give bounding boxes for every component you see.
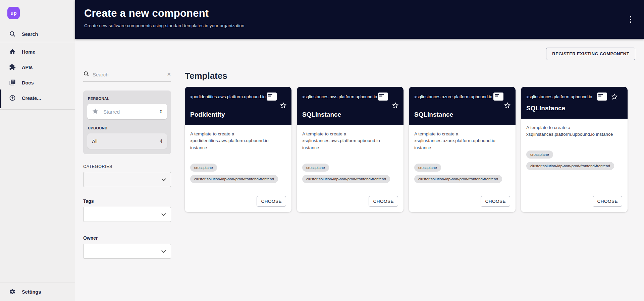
upbound-logo[interactable]: up [7,7,20,19]
card-entity-name: xsqlinstances.aws.platform.upbound.io [302,94,377,99]
card-divider [190,157,286,157]
categories-filter: CATEGORIES [83,164,171,187]
star-outline-icon[interactable] [279,102,287,109]
card-description: A template to create a xsqlinstances.aws… [302,131,393,151]
template-search-input[interactable] [93,72,163,77]
card-description: A template to create a xsqlinstances.pla… [526,124,618,138]
search-icon [9,31,16,38]
tags-select[interactable] [83,207,171,222]
template-type-icon [597,93,607,101]
content-area: REGISTER EXISTING COMPONENT ✕ [75,39,644,301]
filter-panel: PERSONAL Starred 0 UPBOUND All 4 [83,91,171,154]
tags-filter: Tags [83,198,171,222]
clear-search-icon[interactable]: ✕ [167,71,171,77]
template-card-body: A template to create a xsqlinstances.aws… [297,125,404,212]
card-entity-name: xpodidentities.aws.platform.upbound.io [190,94,266,99]
puzzle-icon [9,64,16,71]
search-icon [83,71,89,78]
template-card: xsqlinstances.platform.upbound.io SQLIns… [521,87,628,212]
templates-heading: Templates [185,71,635,81]
card-tags: crossplanecluster:solution-idp-non-prod-… [526,150,622,173]
docs-icon [9,79,16,87]
template-cards: xpodidentities.aws.platform.upbound.io P… [185,87,635,212]
chevron-down-icon [161,177,166,183]
filter-item-starred[interactable]: Starred 0 [87,104,167,119]
template-card: xpodidentities.aws.platform.upbound.io P… [185,87,291,212]
filter-item-all[interactable]: All 4 [87,133,167,149]
sidebar-item-home[interactable]: Home [0,44,75,60]
tags-label: Tags [83,198,171,204]
template-card-header: xsqlinstances.azure.platform.upbound.io … [409,87,516,125]
templates-section: Templates xpodidentities.aws.platform.up… [185,71,635,259]
card-title: SQLInstance [302,111,399,118]
sidebar: up Search Home APIs [0,0,75,301]
choose-button[interactable]: CHOOSE [593,196,622,207]
tag-chip: crossplane [526,150,553,159]
star-outline-icon[interactable] [503,102,511,109]
tag-chip: cluster:solution-idp-non-prod-frontend-f… [414,175,502,183]
tag-chip: crossplane [302,164,329,172]
filter-item-label: All [92,138,98,144]
template-type-icon [493,93,503,101]
star-outline-icon[interactable] [610,93,618,101]
card-divider [414,157,510,157]
sidebar-item-search[interactable]: Search [0,26,75,42]
filter-item-label: Starred [103,109,120,115]
card-tags: crossplanecluster:solution-idp-non-prod-… [302,164,398,186]
tag-chip: cluster:solution-idp-non-prod-frontend-f… [302,175,390,183]
template-search: ✕ [83,71,171,81]
sidebar-item-apis[interactable]: APIs [0,60,75,75]
tag-chip: crossplane [190,164,217,172]
template-card: xsqlinstances.azure.platform.upbound.io … [409,87,516,212]
settings-label: Settings [22,289,41,295]
card-title: SQLInstance [526,105,623,112]
template-card-header: xsqlinstances.aws.platform.upbound.io SQ… [297,87,404,125]
sidebar-item-docs[interactable]: Docs [0,75,75,91]
sidebar-item-label: APIs [22,65,33,70]
owner-select[interactable] [83,244,171,259]
template-card-body: A template to create a xsqlinstances.pla… [521,119,628,212]
choose-button[interactable]: CHOOSE [369,196,398,207]
app-root: up Search Home APIs [0,0,644,301]
chevron-down-icon [161,248,166,254]
plus-circle-icon [9,95,16,102]
home-icon [9,48,16,56]
template-card: xsqlinstances.aws.platform.upbound.io SQ… [297,87,404,212]
categories-label: CATEGORIES [83,164,171,169]
star-outline-icon[interactable] [391,102,399,109]
register-existing-component-button[interactable]: REGISTER EXISTING COMPONENT [546,48,635,60]
card-tags: crossplanecluster:solution-idp-non-prod-… [190,164,286,186]
kebab-menu-icon[interactable] [629,15,633,24]
sidebar-item-label: Docs [22,80,34,85]
sidebar-spacer [0,110,75,283]
owner-label: Owner [83,235,171,241]
page-header: Create a new component Create new softwa… [75,0,644,39]
categories-select[interactable] [83,172,171,187]
filter-group-title-upbound: UPBOUND [88,126,167,130]
filter-sidebar: ✕ PERSONAL Starred 0 UPBOUND [83,71,171,259]
card-title: PodIdentity [190,111,287,118]
card-entity-name: xsqlinstances.platform.upbound.io [526,94,592,99]
sidebar-item-label: Home [22,49,35,55]
choose-button[interactable]: CHOOSE [481,196,510,207]
sidebar-item-label: Create... [22,96,41,101]
card-title: SQLInstance [414,111,511,118]
sidebar-search-label: Search [22,32,38,37]
filter-item-count: 4 [160,138,162,144]
template-card-header: xpodidentities.aws.platform.upbound.io P… [185,87,291,125]
choose-button[interactable]: CHOOSE [257,196,286,207]
main-column: Create a new component Create new softwa… [75,0,644,301]
sidebar-item-create[interactable]: Create... [0,91,75,106]
card-description: A template to create a xpodidentities.aw… [190,131,281,151]
template-type-icon [267,93,277,101]
owner-filter: Owner [83,235,171,259]
page-title: Create a new component [84,7,644,19]
chevron-down-icon [161,212,166,218]
card-divider [302,157,398,157]
card-entity-name: xsqlinstances.azure.platform.upbound.io [414,94,492,99]
card-description: A template to create a xsqlinstances.azu… [414,131,505,151]
tag-chip: crossplane [414,164,441,172]
star-icon [92,108,99,116]
filter-item-count: 0 [160,109,162,114]
sidebar-item-settings[interactable]: Settings [0,283,75,301]
